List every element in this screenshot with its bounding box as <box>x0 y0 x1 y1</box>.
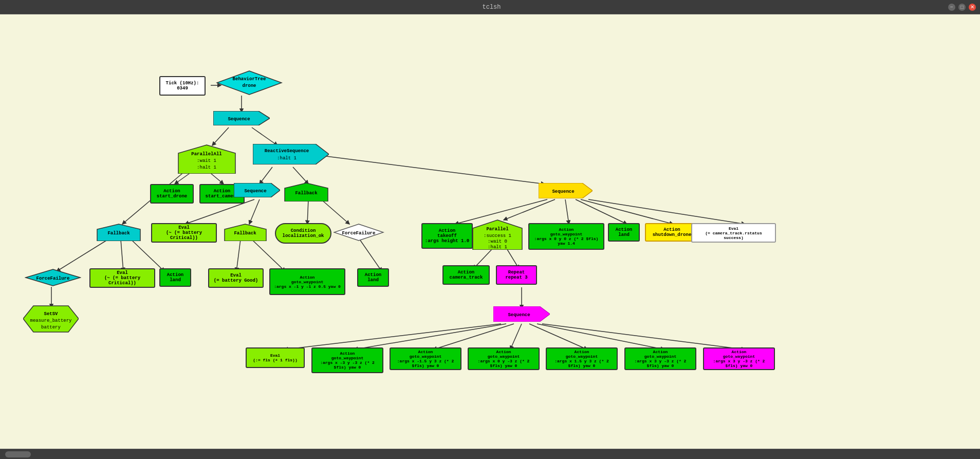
parallel-all-node[interactable]: ParallelAll :wait 1 :halt 1 <box>177 144 236 174</box>
svg-text::halt 1: :halt 1 <box>488 245 507 250</box>
bt-drone-node[interactable]: BehaviorTree drone <box>216 70 283 96</box>
svg-text::wait 1: :wait 1 <box>197 158 216 163</box>
repeat-node[interactable]: Repeatrepeat 3 <box>496 265 537 285</box>
minimize-button[interactable]: − <box>948 4 955 11</box>
eval-fls-node[interactable]: Eval(:= fls (+ 1 fls)) <box>246 347 305 368</box>
action-goto-wp6-label: Actiongoto_waypoint:args x 1.5 y 3 z (* … <box>549 350 615 368</box>
action-goto-wp3-node[interactable]: Actiongoto_waypoint:args x -3 y -3 z (* … <box>311 347 383 373</box>
action-takeoff-label: Actiontakeoff:args height 1.0 <box>425 228 469 244</box>
svg-line-3 <box>252 127 278 145</box>
action-goto-wp8-label: Actiongoto_waypoint:args x 3 y -3 z (* 2… <box>706 350 772 368</box>
condition-localization-label: Conditionlocalization_ok <box>282 228 324 238</box>
svg-line-11 <box>307 199 308 224</box>
sequence1-node[interactable]: Sequence <box>213 111 270 125</box>
scrollbar-thumb[interactable] <box>5 451 31 457</box>
action-goto-wp8-node[interactable]: Actiongoto_waypoint:args x 3 y -3 z (* 2… <box>703 347 775 370</box>
action-goto-wp7-label: Actiongoto_waypoint:args x 3 y -3 z (* 2… <box>627 350 693 368</box>
action-land2-label: Actionland <box>167 272 183 283</box>
svg-text:Sequence: Sequence <box>244 189 266 194</box>
action-takeoff-node[interactable]: Actiontakeoff:args height 1.0 <box>421 223 473 249</box>
svg-line-36 <box>542 324 745 350</box>
svg-line-12 <box>321 199 349 224</box>
action-start-drone-label: Actionstart_drone <box>157 189 187 199</box>
window-controls: − □ ✕ <box>948 4 976 11</box>
action-land3-node[interactable]: Actionland <box>357 268 389 287</box>
svg-text::wait 0: :wait 0 <box>488 239 507 244</box>
svg-text:Fallback: Fallback <box>234 231 256 236</box>
fallback3-node[interactable]: Fallback <box>224 223 267 241</box>
action-shutdown-label: Actionshutdown_drone <box>653 227 692 237</box>
svg-text:Sequence: Sequence <box>228 117 250 122</box>
svg-line-16 <box>57 240 108 271</box>
svg-text:ForceFailure: ForceFailure <box>342 231 376 236</box>
titlebar: tclsh − □ ✕ <box>0 0 980 14</box>
action-start-drone-node[interactable]: Actionstart_drone <box>150 184 194 204</box>
horizontal-scrollbar[interactable] <box>0 449 980 459</box>
svg-text:BehaviorTree: BehaviorTree <box>233 77 266 82</box>
svg-text:ParallelAll: ParallelAll <box>191 152 222 157</box>
svg-text:battery: battery <box>41 325 61 330</box>
svg-line-23 <box>565 199 569 224</box>
action-goto-wp1-node[interactable]: Actiongoto_waypoint:args x 0 y 0 z (* 2 … <box>528 223 604 250</box>
svg-line-22 <box>504 199 555 220</box>
svg-marker-37 <box>217 71 282 95</box>
svg-line-34 <box>529 324 587 350</box>
svg-line-24 <box>576 199 627 224</box>
reactive-sequence-node[interactable]: ReactiveSequence :halt 1 <box>253 144 329 164</box>
svg-line-35 <box>537 324 664 350</box>
svg-line-10 <box>249 199 260 224</box>
svg-text:Sequence: Sequence <box>552 189 574 194</box>
action-goto-wp5-node[interactable]: Actiongoto_waypoint:args x 0 y -3 z (* 2… <box>468 347 540 370</box>
svg-text:measure_battery: measure_battery <box>30 318 72 323</box>
svg-text::success 1: :success 1 <box>484 233 511 238</box>
fallback1-node[interactable]: Fallback <box>284 182 329 201</box>
action-goto-wp6-node[interactable]: Actiongoto_waypoint:args x 1.5 y 3 z (* … <box>546 347 618 370</box>
action-camera-track-node[interactable]: Actioncamera_track <box>442 265 490 285</box>
action-land1-label: Actionland <box>616 227 632 237</box>
svg-line-26 <box>588 199 745 224</box>
svg-line-14 <box>252 240 285 271</box>
svg-line-17 <box>121 240 123 271</box>
eval-fls-label: Eval(:= fls (+ 1 fls)) <box>253 353 297 362</box>
condition-localization-node[interactable]: Conditionlocalization_ok <box>275 223 331 244</box>
svg-text:Fallback: Fallback <box>107 231 130 236</box>
action-goto-wp2-node[interactable]: Actiongoto_waypoint:args x -1 y -1 z 0.5… <box>269 268 345 295</box>
canvas: Tick (10Hz):0349 BehaviorTree drone Sequ… <box>0 14 980 449</box>
eval-battery-critical2-label: Eval(~ (= battery Critical)) <box>93 270 152 286</box>
eval-battery-critical-node[interactable]: Eval(~ (= battery Critical)) <box>151 223 217 243</box>
eval-battery-critical2-node[interactable]: Eval(~ (= battery Critical)) <box>89 268 155 288</box>
action-goto-wp4-node[interactable]: Actiongoto_waypoint:args x -1.5 y 3 z (*… <box>390 347 461 370</box>
eval-battery-critical-label: Eval(~ (= battery Critical)) <box>154 225 214 241</box>
action-goto-wp2-label: Actiongoto_waypoint:args x -1 y -1 z 0.5… <box>274 275 341 289</box>
action-goto-wp3-label: Actiongoto_waypoint:args x -3 y -3 z (* … <box>315 351 380 370</box>
window-title: tclsh <box>35 4 948 11</box>
action-goto-wp5-label: Actiongoto_waypoint:args x 0 y -3 z (* 2… <box>471 350 537 368</box>
eval-camera-node[interactable]: Eval(= camera_track.rstatus success) <box>691 223 776 243</box>
action-goto-wp7-node[interactable]: Actiongoto_waypoint:args x 3 y -3 z (* 2… <box>624 347 696 370</box>
action-land2-node[interactable]: Actionland <box>159 268 191 287</box>
svg-text:Sequence: Sequence <box>508 313 530 318</box>
eval-camera-label: Eval(= camera_track.rstatus success) <box>694 226 773 240</box>
repeat-label: Repeatrepeat 3 <box>505 270 527 280</box>
svg-text:ForceFailure: ForceFailure <box>36 276 70 281</box>
action-land1-node[interactable]: Actionland <box>608 223 640 242</box>
svg-text::halt 1: :halt 1 <box>197 165 216 170</box>
svg-text:drone: drone <box>242 83 256 88</box>
eval-battery-good-node[interactable]: Eval(= battery Good) <box>208 268 264 288</box>
svg-text:SetSV: SetSV <box>44 311 58 317</box>
svg-line-9 <box>326 156 545 184</box>
svg-line-2 <box>212 127 229 145</box>
svg-line-31 <box>354 324 506 350</box>
svg-text:Fallback: Fallback <box>295 191 318 196</box>
svg-line-25 <box>581 199 673 224</box>
action-camera-track-label: Actioncamera_track <box>450 270 483 280</box>
svg-line-18 <box>131 240 164 271</box>
close-button[interactable]: ✕ <box>969 4 976 11</box>
svg-line-13 <box>236 240 241 271</box>
maximize-button[interactable]: □ <box>958 4 966 11</box>
svg-text:Parallel: Parallel <box>486 227 509 232</box>
svg-line-33 <box>510 324 522 350</box>
parallel2-node[interactable]: Parallel :success 1 :wait 0 :halt 1 <box>472 219 523 250</box>
sequence-yellow-node[interactable]: Sequence <box>539 183 593 198</box>
sequence2-node[interactable]: Sequence <box>234 183 280 197</box>
